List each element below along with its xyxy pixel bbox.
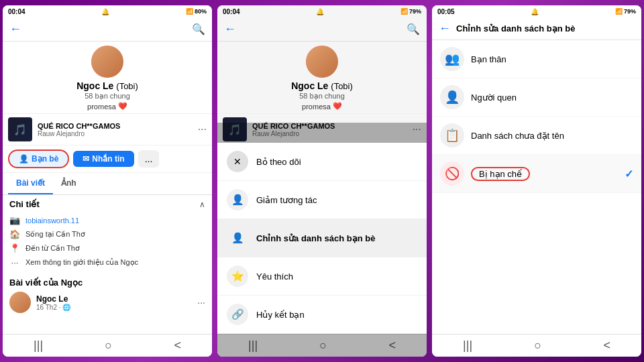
instagram-link-1[interactable]: tobiainsworth.11 bbox=[25, 217, 79, 225]
chi-tiet-header-1: Chi tiết ∧ bbox=[9, 199, 205, 209]
nav-menu-1[interactable]: ||| bbox=[34, 339, 43, 353]
dropdown-favorite[interactable]: ⭐ Yêu thích bbox=[217, 257, 427, 296]
avatar-1 bbox=[91, 46, 123, 78]
notif-icon-1: 🔔 bbox=[101, 8, 109, 15]
friend-button-1[interactable]: 👤 Bạn bè bbox=[8, 149, 69, 168]
unnamed-icon: 📋 bbox=[440, 123, 464, 147]
heart-icon-2: ❤️ bbox=[333, 102, 342, 111]
more-info-1[interactable]: Xem thông tin giới thiệu của Ngọc bbox=[25, 258, 138, 267]
dropdown-reduce[interactable]: 👤 Giảm tương tác bbox=[217, 181, 427, 219]
unnamed-label: Danh sách chưa đặt tên bbox=[471, 131, 633, 141]
status-bar-1: 00:04 🔔 📶 80% bbox=[3, 5, 212, 17]
dropdown-edit-list[interactable]: 👤 Chỉnh sửa danh sách bạn bè bbox=[217, 219, 427, 257]
friend-label-1: Bạn bè bbox=[32, 154, 58, 164]
signal-icon-3: 📶 bbox=[615, 8, 623, 15]
notif-icon-3: 🔔 bbox=[531, 8, 539, 15]
nav-back-1[interactable]: < bbox=[174, 339, 181, 353]
nav-back-3[interactable]: < bbox=[603, 339, 610, 353]
panel-1: 00:04 🔔 📶 80% ← 🔍 Ngoc Le (Tobi) 58 bạn … bbox=[3, 5, 212, 357]
notif-icon-2: 🔔 bbox=[316, 8, 324, 15]
post-avatar-1 bbox=[9, 292, 31, 313]
post-author-1: Ngoc Le bbox=[36, 294, 192, 304]
restricted-circle: Bị hạn chế bbox=[471, 167, 530, 181]
message-button-1[interactable]: ✉ Nhắn tin bbox=[73, 151, 133, 167]
profile-name-2: Ngoc Le (Tobi) bbox=[291, 80, 353, 91]
restricted-icon: 🚫 bbox=[440, 162, 464, 186]
nav-home-3[interactable]: ○ bbox=[534, 339, 541, 353]
battery-icon-3: 79% bbox=[624, 8, 636, 15]
restricted-label: Bị hạn chế bbox=[471, 167, 618, 181]
message-icon-1: ✉ bbox=[83, 154, 89, 164]
friend-lists-3: 👥 Bạn thân 👤 Người quen 📋 Danh sách chưa… bbox=[432, 40, 641, 193]
status-icons-2: 📶 79% bbox=[400, 8, 421, 15]
nguoiquen-icon: 👤 bbox=[440, 85, 464, 109]
detail-instagram-1: 📷 tobiainsworth.11 bbox=[9, 213, 205, 227]
action-buttons-1: 👤 Bạn bè ✉ Nhắn tin ... bbox=[3, 145, 212, 173]
music-artist-1: Rauw Alejandro bbox=[38, 130, 198, 137]
name-text-1: Ngoc Le bbox=[76, 80, 113, 91]
search-button-1[interactable]: 🔍 bbox=[192, 23, 205, 36]
from-text-1: Đến từ Cần Thơ bbox=[25, 244, 80, 253]
post-time-1: 16 Th2 · 🌐 bbox=[36, 304, 192, 311]
unfriend-icon: 🔗 bbox=[227, 304, 248, 325]
nickname-2: (Tobi) bbox=[331, 81, 353, 91]
back-button-1[interactable]: ← bbox=[9, 22, 21, 36]
more-button-1[interactable]: ... bbox=[138, 150, 160, 168]
dropdown-unfollow[interactable]: ✕ Bỏ theo dõi bbox=[217, 143, 427, 181]
bai-viet-1: Bài viết của Ngọc Ngoc Le 16 Th2 · 🌐 ··· bbox=[3, 274, 212, 317]
profile-name-1: Ngoc Le (Tobi) bbox=[76, 80, 138, 91]
promesa-2: promesa ❤️ bbox=[302, 102, 342, 111]
bottom-nav-3: ||| ○ < bbox=[432, 334, 641, 357]
tab-photos-1[interactable]: Ảnh bbox=[53, 173, 85, 194]
post-item-1: Ngoc Le 16 Th2 · 🌐 ··· bbox=[9, 292, 205, 313]
banthan-label: Bạn thân bbox=[471, 54, 633, 64]
signal-icon-2: 📶 bbox=[400, 8, 408, 15]
nav-home-1[interactable]: ○ bbox=[105, 339, 112, 353]
dropdown-menu: ✕ Bỏ theo dõi 👤 Giảm tương tác 👤 Chỉnh s… bbox=[217, 143, 427, 334]
time-3: 00:05 bbox=[437, 8, 455, 15]
friend-list-unnamed[interactable]: 📋 Danh sách chưa đặt tên bbox=[432, 117, 641, 155]
home-icon-1: 🏠 bbox=[9, 229, 20, 239]
message-label-1: Nhắn tin bbox=[92, 154, 124, 164]
bottom-nav-1: ||| ○ < bbox=[3, 334, 212, 357]
friends-count-1: 58 bạn chung bbox=[85, 92, 130, 101]
dots-icon-1: ··· bbox=[9, 257, 20, 267]
tabs-1: Bài viết Ảnh bbox=[3, 173, 212, 195]
status-icons-3: 📶 79% bbox=[615, 8, 636, 15]
battery-icon-1: 80% bbox=[195, 8, 207, 15]
edit-list-label: Chỉnh sửa danh sách bạn bè bbox=[256, 233, 375, 243]
reduce-icon: 👤 bbox=[227, 189, 248, 210]
collapse-icon-1[interactable]: ∧ bbox=[199, 200, 205, 209]
friend-list-nguoiquen[interactable]: 👤 Người quen bbox=[432, 78, 641, 117]
detail-lives-1: 🏠 Sống tại Cần Thơ bbox=[9, 227, 205, 241]
bai-viet-title-1: Bài viết của Ngọc bbox=[9, 278, 83, 288]
search-button-2[interactable]: 🔍 bbox=[407, 23, 420, 36]
promesa-text-1: promesa bbox=[87, 103, 116, 111]
banthan-icon: 👥 bbox=[440, 47, 464, 71]
nav-menu-3[interactable]: ||| bbox=[463, 339, 472, 353]
music-post-1: 🎵 QUÉ RICO CH**GAMOS Rauw Alejandro ··· bbox=[3, 113, 212, 145]
status-bar-2: 00:04 🔔 📶 79% bbox=[217, 5, 427, 17]
back-button-2[interactable]: ← bbox=[224, 22, 236, 36]
header-title-3: Chỉnh sửa danh sách bạn bè bbox=[456, 23, 575, 34]
bai-viet-header-1: Bài viết của Ngọc bbox=[9, 278, 205, 288]
nickname-1: (Tobi) bbox=[116, 81, 138, 91]
post-more-1[interactable]: ··· bbox=[197, 297, 205, 308]
favorite-icon: ⭐ bbox=[227, 265, 248, 287]
friends-count-2: 58 bạn chung bbox=[299, 92, 345, 101]
signal-icon-1: 📶 bbox=[186, 8, 193, 15]
detail-more-1: ··· Xem thông tin giới thiệu của Ngọc bbox=[9, 255, 205, 269]
profile-section-1: Ngoc Le (Tobi) 58 bạn chung promesa ❤️ bbox=[3, 42, 212, 113]
friend-list-banthan[interactable]: 👥 Bạn thân bbox=[432, 40, 641, 78]
music-more-1[interactable]: ··· bbox=[198, 123, 207, 135]
favorite-label: Yêu thích bbox=[256, 272, 293, 282]
name-text-2: Ngoc Le bbox=[291, 80, 328, 91]
friend-icon-1: 👤 bbox=[19, 154, 29, 164]
unfriend-label: Hủy kết bạn bbox=[256, 310, 305, 320]
friend-list-restricted[interactable]: 🚫 Bị hạn chế ✓ bbox=[432, 155, 641, 193]
reduce-label: Giảm tương tác bbox=[256, 195, 317, 205]
back-button-3[interactable]: ← bbox=[439, 21, 451, 36]
tab-posts-1[interactable]: Bài viết bbox=[8, 173, 53, 194]
dropdown-unfriend[interactable]: 🔗 Hủy kết bạn bbox=[217, 296, 427, 334]
nguoiquen-label: Người quen bbox=[471, 93, 633, 103]
